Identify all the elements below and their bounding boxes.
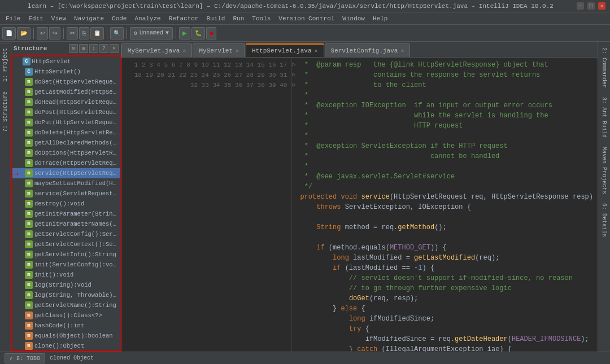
code-editor[interactable]: 1 2 3 4 5 6 7 8 9 10 11 12 13 14 15 16 1… bbox=[121, 58, 598, 352]
tree-item-27[interactable]: mequals(Object):boolean bbox=[12, 331, 120, 341]
stop-button[interactable]: ■ bbox=[206, 27, 216, 40]
tree-item-18[interactable]: mgetServletContext():ServletC bbox=[12, 239, 120, 249]
menu-navigate[interactable]: Navigate bbox=[71, 14, 107, 23]
tab-close[interactable]: ✕ bbox=[182, 47, 186, 54]
tree-icon: m bbox=[25, 149, 33, 157]
tree-item-label: doPost(HttpServletRequest, bbox=[34, 109, 119, 116]
tree-item-6[interactable]: mdoPut(HttpServletRequest, H bbox=[12, 117, 120, 128]
tree-item-2[interactable]: mdoGet(HttpServletRequest, H bbox=[12, 77, 120, 87]
tree-item-26[interactable]: mhashCode():int bbox=[12, 321, 120, 331]
run-button[interactable]: ▶ bbox=[179, 27, 190, 40]
tree-item-12[interactable]: mmaybeSetLastModified(Http bbox=[12, 178, 120, 188]
tree-item-7[interactable]: mdoDelete(HttpServletReques bbox=[12, 128, 120, 138]
tree-item-11[interactable]: mservice(HttpServletRequest, bbox=[12, 168, 120, 178]
tree-icon: m bbox=[25, 88, 33, 96]
tab-close[interactable]: ✕ bbox=[236, 47, 239, 54]
tree-item-9[interactable]: mdoOptions(HttpServletRequ bbox=[12, 148, 120, 158]
tree-item-label: doOptions(HttpServletRequ bbox=[34, 150, 119, 156]
tree-item-1[interactable]: CHttpServlet() bbox=[12, 67, 120, 77]
tree-item-5[interactable]: mdoPost(HttpServletRequest, bbox=[12, 107, 120, 117]
minimize-button[interactable]: ─ bbox=[577, 2, 584, 10]
maximize-button[interactable]: □ bbox=[587, 2, 595, 10]
tree-item-label: getInitParameter(String):Str bbox=[34, 210, 119, 217]
tree-item-10[interactable]: mdoTrace(HttpServletRequest, bbox=[12, 158, 120, 168]
struct-btn-4[interactable]: ? bbox=[99, 44, 108, 53]
tree-item-17[interactable]: mgetServletConfig():ServletCo bbox=[12, 229, 120, 239]
tab-servletconfig-java[interactable]: ServletConfig.java ✕ bbox=[325, 43, 411, 57]
project-dropdown[interactable]: ⚙ Unnamed ▼ bbox=[130, 27, 173, 40]
toolbar-new[interactable]: 📄 bbox=[2, 27, 16, 40]
tree-item-label: getServletName():String bbox=[34, 302, 116, 309]
menu-analyze[interactable]: Analyze bbox=[131, 14, 164, 23]
toolbar-open[interactable]: 📂 bbox=[17, 27, 30, 40]
tree-item-21[interactable]: minit():void bbox=[12, 270, 120, 280]
tree-root[interactable]: C HttpServlet bbox=[12, 56, 120, 67]
close-button[interactable]: ✕ bbox=[598, 2, 605, 10]
menu-run[interactable]: Run bbox=[229, 14, 247, 23]
tree-item-25[interactable]: mgetClass():Class<?> bbox=[12, 310, 120, 321]
root-label: HttpServlet bbox=[32, 58, 71, 65]
tree-icon: m bbox=[25, 312, 33, 319]
tree-item-22[interactable]: mlog(String):void bbox=[12, 280, 120, 290]
menu-view[interactable]: View bbox=[48, 14, 69, 23]
project-tab[interactable]: 1: Project bbox=[1, 43, 10, 86]
tree-icon: m bbox=[25, 291, 33, 299]
menu-help[interactable]: Help bbox=[369, 14, 391, 23]
tree-icon: m bbox=[25, 230, 33, 238]
struct-btn-5[interactable]: ✕ bbox=[110, 44, 119, 53]
tab-myservlet[interactable]: MyServlet ✕ bbox=[193, 43, 245, 57]
maven-projects-tab[interactable]: Maven Projects bbox=[599, 142, 609, 199]
commander-tab[interactable]: 2: Commander bbox=[599, 43, 609, 93]
toolbar: 📄 📂 ↩ ↪ ✂ ⎘ 📋 🔍 ⚙ Unnamed ▼ ▶ 🐛 ■ bbox=[0, 25, 610, 42]
tree-item-20[interactable]: minit(ServletConfig):void bbox=[12, 260, 120, 270]
tree-item-4[interactable]: mdoHead(HttpServletRequest, bbox=[12, 97, 120, 107]
tree-item-24[interactable]: mgetServletName():String bbox=[12, 300, 120, 310]
tree-icon: m bbox=[25, 342, 33, 350]
toolbar-paste[interactable]: 📋 bbox=[90, 27, 104, 40]
tree-icon: m bbox=[25, 119, 33, 126]
struct-btn-3[interactable]: ↕ bbox=[89, 44, 98, 53]
details-tab[interactable]: 6: Details bbox=[599, 199, 609, 242]
toolbar-find[interactable]: 🔍 bbox=[110, 27, 124, 40]
tree-item-14[interactable]: mdestroy():void bbox=[12, 199, 120, 209]
tree-item-label: doGet(HttpServletRequest, H bbox=[34, 78, 119, 85]
toolbar-copy[interactable]: ⎘ bbox=[79, 27, 89, 40]
menu-tools[interactable]: Tools bbox=[249, 14, 274, 23]
menu-edit[interactable]: Edit bbox=[25, 14, 46, 23]
class-icon: C bbox=[23, 58, 30, 65]
struct-btn-2[interactable]: ⊞ bbox=[79, 44, 88, 53]
menu-file[interactable]: File bbox=[2, 14, 24, 23]
tree-item-28[interactable]: mclone():Object bbox=[12, 341, 120, 351]
editor-area: MyServlet.java ✕ MyServlet ✕ HttpServlet… bbox=[121, 42, 598, 352]
menu-build[interactable]: Build bbox=[203, 14, 228, 23]
menu-vcs[interactable]: Version Control bbox=[275, 14, 338, 23]
tree-item-29[interactable]: mtoString():String bbox=[12, 351, 120, 352]
todo-tab[interactable]: ✓ 8: TODO bbox=[5, 353, 45, 363]
menu-bar: File Edit View Navigate Code Analyze Ref… bbox=[0, 12, 610, 25]
code-content[interactable]: * @param resp the {@link HttpServletResp… bbox=[295, 58, 598, 352]
struct-btn-1[interactable]: ⚙ bbox=[69, 44, 78, 53]
tree-item-23[interactable]: mlog(String, Throwable):void bbox=[12, 290, 120, 300]
tree-icon: m bbox=[25, 78, 33, 86]
menu-code[interactable]: Code bbox=[108, 14, 130, 23]
tree-item-15[interactable]: mgetInitParameter(String):Str bbox=[12, 209, 120, 219]
menu-refactor[interactable]: Refactor bbox=[165, 14, 202, 23]
toolbar-cut[interactable]: ✂ bbox=[67, 27, 78, 40]
tree-item-16[interactable]: mgetInitParameterNames():Er bbox=[12, 219, 120, 229]
tab-httpservlet-java[interactable]: HttpServlet.java ✕ bbox=[246, 43, 324, 57]
debug-button[interactable]: 🐛 bbox=[191, 27, 205, 40]
menu-window[interactable]: Window bbox=[339, 14, 368, 23]
tree-item-label: service(HttpServletRequest, bbox=[34, 170, 119, 177]
structure-tab-left[interactable]: 7: Structure bbox=[1, 87, 10, 137]
tree-item-8[interactable]: mgetAllDeclaredMethods(Clas bbox=[12, 138, 120, 148]
tree-item-3[interactable]: mgetLastModified(HttpServlet bbox=[12, 87, 120, 97]
tab-myservlet-java[interactable]: MyServlet.java ✕ bbox=[121, 43, 192, 57]
toolbar-redo[interactable]: ↪ bbox=[49, 27, 60, 40]
tree-item-13[interactable]: mservice(ServletRequest, Serv bbox=[12, 188, 120, 199]
toolbar-undo[interactable]: ↩ bbox=[37, 27, 48, 40]
tab-close[interactable]: ✕ bbox=[400, 47, 404, 54]
tree-item-label: getInitParameterNames():Er bbox=[34, 221, 119, 227]
tab-close[interactable]: ✕ bbox=[315, 47, 318, 54]
tree-item-19[interactable]: mgetServletInfo():String bbox=[12, 249, 120, 260]
ant-build-tab[interactable]: 3: Ant Build bbox=[599, 93, 609, 142]
